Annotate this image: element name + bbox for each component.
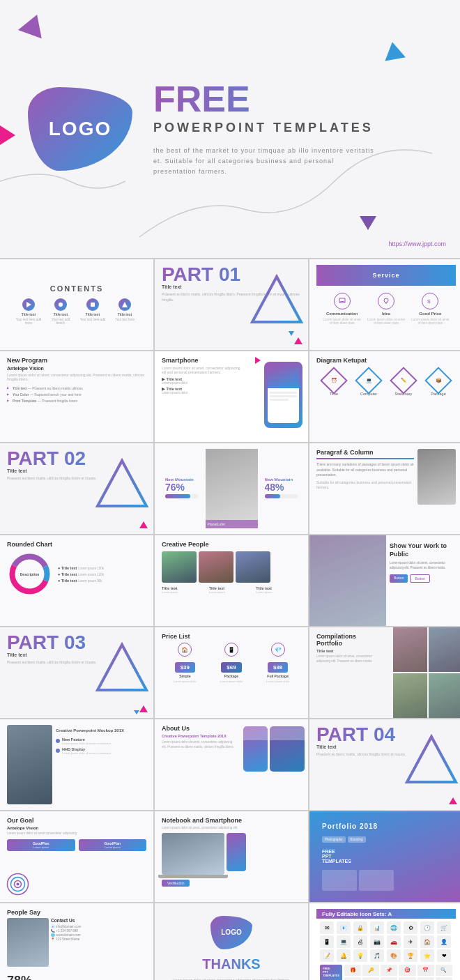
diamond-time-icon: ⏰ (331, 378, 337, 383)
progress-2 (265, 494, 298, 498)
people-photo-3 (236, 551, 270, 583)
para-photo-bg (417, 449, 456, 505)
hero-slide: LOGO FREE POWERPOINT TEMPLATES the best … (0, 0, 460, 258)
icon-cell-20: 🎵 (370, 949, 384, 962)
comp-photo-3 (393, 673, 427, 718)
diamond-stationary-icon: ✏️ (401, 378, 407, 383)
people-say-slide: People Say Contact Us 📧 info@domain.com … (0, 903, 153, 980)
icon-set-title: Fully Editable Icon Sets: A (322, 911, 392, 917)
our-goal-slide: Our Goal Antelope Vision Lorem ipsum dol… (0, 811, 153, 902)
show-work-btn-1[interactable]: Button (390, 574, 408, 583)
thanks-sub: Lorem ipsum dolor sit amet, consectetur … (173, 978, 291, 981)
donut-chart: Description (7, 551, 52, 597)
laptop-mockup (162, 833, 224, 875)
service-item-communication: Communication Lorem ipsum dolor sit amet… (323, 293, 361, 325)
price-badge-2: $69 (221, 662, 241, 673)
contact-email: 📧 info@domain.com (51, 925, 146, 928)
icon-cell-10: 💻 (337, 935, 351, 948)
price-sub-3: Lorem ipsum dolor (261, 680, 296, 683)
contents-label-1: Title text (22, 312, 36, 316)
contents-item-2: Title text Your text add bench (47, 298, 74, 325)
portfolio-item-3: TEMPLATES (322, 859, 450, 864)
icon-cell-18: 🔔 (337, 949, 351, 962)
icon-extra-5: 📅 (417, 965, 434, 976)
diagram-item-time: ⏰ Time (324, 371, 344, 396)
service-comm-icon (334, 293, 351, 309)
progress-fill-1 (165, 494, 190, 498)
contents-icon-4 (118, 298, 131, 311)
people-say-photo (7, 918, 49, 967)
contact-title: Contact Us (51, 918, 146, 923)
service-item-idea: Idea Lorem ipsum dolor sit amet of item … (367, 293, 405, 325)
icon-extra-7: 📢 (344, 977, 361, 980)
show-work-btn-2[interactable]: Button (410, 574, 429, 583)
paragraf-column-slide: Paragraf & Column There are many variati… (309, 443, 460, 534)
verification-badge: Verifikation (162, 880, 190, 887)
mountain-val-2: 48% (265, 482, 298, 493)
diagram-item-computer: 💻 Computer (359, 371, 378, 396)
rounded-chart-title: Rounded Chart (7, 541, 146, 548)
icon-cell-3: 🔒 (353, 921, 367, 934)
icon-extra-6: 🔍 (436, 965, 452, 976)
notebook-title: Notebook and Smartphone (162, 817, 301, 824)
mockup-feature-2: HHD Display Lorem ipsum dolor sit amet c… (56, 747, 143, 755)
contents-sub-4: Your text here (112, 318, 138, 321)
svg-marker-8 (98, 461, 146, 506)
creative-people-title: Creative People (162, 541, 301, 548)
price-icon-2-circle: 📱 (224, 643, 238, 657)
part03-pink-triangle (139, 705, 148, 712)
feature-text-2: HHD Display Lorem ipsum dolor sit amet c… (62, 747, 111, 755)
price-icon-3: 💎 (271, 643, 285, 657)
icon-set-note: FREEPPTTEMPLATES (320, 965, 342, 980)
icon-extra-2: 🔑 (362, 965, 379, 976)
people-say-percent: 78% (7, 974, 32, 980)
diagram-shapes: ⏰ Time 💻 Computer ✏️ Stationary 📦 (316, 371, 456, 396)
service-title-bar: Service (316, 265, 456, 286)
about-tablet-screen (270, 726, 305, 740)
portfolio-categories: Photography Branding (322, 836, 450, 843)
svg-marker-14 (407, 737, 456, 782)
goal-sub-2: Lorem ipsum (105, 845, 121, 849)
mountain-right: New Mountain 48% (261, 449, 302, 528)
diamond-time: ⏰ (320, 367, 348, 395)
icon-cell-5: 🌐 (387, 921, 401, 934)
thanks-text: THANKS (202, 956, 260, 972)
notebook-devices (162, 833, 301, 875)
diamond-package-icon: 📦 (436, 378, 442, 383)
icon-grid: ✉ 📧 🔒 📊 🌐 ⚙ 🕐 🛒 📱 💻 🖨 📷 🚗 ✈ 🏠 👤 📝 🔔 💡 🎵 … (316, 921, 456, 962)
thanks-logo-text: LOGO (221, 928, 241, 936)
progress-fill-2 (265, 494, 281, 498)
about-us-subtitle: Creative Powerpoint Template 201X (162, 734, 235, 738)
price-card-3: $98 Full Package Lorem ipsum dolor (261, 662, 296, 683)
new-program-item-3: Print Template — Praesent fringilla lore… (7, 397, 146, 404)
icon-cell-15: 🏠 (420, 935, 434, 948)
people-photo-2 (199, 551, 233, 583)
icon-cell-8: 🛒 (437, 921, 451, 934)
contents-sub-2: Your text add bench (47, 318, 74, 325)
mountain-stats-slide: New Mountain 76% PlanetLufer New Mountai… (155, 443, 308, 534)
hero-triangle-topleft (18, 10, 49, 39)
service-slide: Service Communication Lorem ipsum dolor … (309, 259, 460, 350)
notebook-desc: Lorem ipsum dolor sit amet, consectetur … (162, 826, 301, 829)
mountain-photo: PlanetLufer (206, 449, 258, 528)
contact-phone: 📞 +1 234 567 890 (51, 929, 146, 933)
icon-extra-4: 🎯 (399, 965, 415, 976)
svg-marker-3 (122, 302, 128, 307)
svg-marker-0 (26, 302, 31, 307)
phone-line-1 (270, 392, 297, 394)
people-photo-1 (162, 551, 197, 583)
icon-cell-7: 🕐 (420, 921, 434, 934)
part04-triangle-outline (404, 733, 459, 786)
people-say-title: People Say (7, 909, 146, 916)
about-us-slide: About Us Creative Powerpoint Template 20… (155, 719, 308, 810)
price-icon-3-circle: 💎 (271, 643, 285, 657)
people-label-2: Title textLorem ipsum (209, 586, 254, 594)
icon-extra-9: 📦 (381, 977, 397, 980)
icon-extra-10: ⚡ (399, 977, 415, 980)
contents-title: CONTENTS (50, 284, 104, 293)
notebook-phone (227, 833, 246, 871)
contents-icon-3 (86, 298, 99, 311)
mountain-photo-text: PlanetLufer (208, 522, 256, 526)
part04-slide: PART 04 Title text Praesent eu libero ma… (309, 719, 460, 810)
progress-1 (165, 494, 199, 498)
